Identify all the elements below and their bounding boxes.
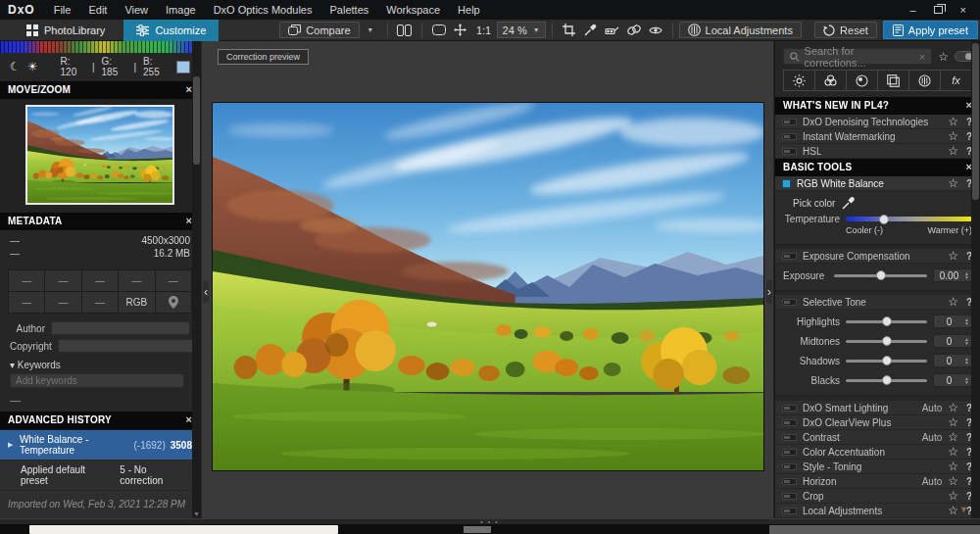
collapse-left-panel-handle[interactable]: ‹ [203,280,209,303]
exposure-slider[interactable] [834,274,927,277]
slider-handle[interactable] [882,316,892,326]
tool-smart-lighting[interactable]: DxO Smart Lighting Auto ☆? [775,401,980,415]
tool-toggle[interactable] [782,508,797,514]
star-icon[interactable]: ☆ [948,504,958,517]
copyright-field[interactable] [58,339,197,353]
tool-rgb-white-balance[interactable]: RGB White Balance ☆? [775,176,980,191]
tool-toggle[interactable] [782,148,797,155]
tool-toggle[interactable] [782,133,797,140]
minimize-button[interactable]: – [909,5,915,15]
tool-enabled-checkbox[interactable] [782,179,791,188]
navigator-thumbnail[interactable] [25,105,174,205]
star-icon[interactable]: ☆ [948,445,958,459]
scrollbar-thumb[interactable] [193,76,200,165]
star-icon[interactable]: ☆ [948,401,958,414]
star-icon[interactable]: ☆ [948,176,958,190]
tab-customize[interactable]: Customize [123,20,219,41]
menu-dxo-optics-modules[interactable]: DxO Optics Modules [205,4,321,16]
local-adjustments-button[interactable]: Local Adjustments [679,22,802,38]
slider-handle[interactable] [882,356,892,365]
search-input[interactable]: Search for corrections... × [783,48,932,65]
favorites-filter-icon[interactable]: ☆ [938,50,949,64]
highlights-spinner[interactable]: 0▲▼ [933,315,972,328]
menu-file[interactable]: File [45,4,80,16]
author-field[interactable] [51,321,190,335]
tool-toggle[interactable] [782,405,797,412]
star-icon[interactable]: ☆ [948,489,958,503]
filmstrip-splitter[interactable]: ● ● ● [0,518,980,524]
slider-handle[interactable] [882,375,892,385]
clear-search-icon[interactable]: × [919,51,925,63]
star-icon[interactable]: ☆ [948,430,958,444]
tool-clearview[interactable]: DxO ClearView Plus ☆? [775,415,980,430]
category-local-adjustments[interactable] [909,71,941,90]
category-geometry[interactable] [878,71,909,90]
tool-toggle[interactable] [782,419,797,426]
close-icon[interactable]: × [185,217,192,225]
zoom-level-dropdown[interactable]: 24 % ▼ [497,22,546,38]
tool-watermarking[interactable]: Instant Watermarking ☆? [775,129,980,144]
tool-crop[interactable]: Crop ☆? [775,489,980,504]
expander-icon[interactable]: ▶ [8,441,15,449]
photo[interactable] [213,103,763,470]
restore-button[interactable] [934,6,943,14]
scrollbar-thumb[interactable] [972,43,979,200]
tool-style-toning[interactable]: Style - Toning ☆? [775,460,980,474]
pan-button[interactable] [450,22,471,38]
close-button[interactable]: × [960,5,966,15]
history-item-selected[interactable]: ▶ White Balance - Temperature (-1692) 35… [0,430,200,461]
category-effects[interactable]: fx [941,71,971,90]
history-item[interactable]: Applied default preset 5 - No correction [0,461,200,491]
shadows-slider[interactable] [846,360,927,363]
split-view-button[interactable] [394,22,416,38]
tool-toggle[interactable] [782,478,797,485]
slider-handle[interactable] [882,336,892,346]
scroll-down-arrow[interactable]: ▼ [192,510,201,517]
tool-contrast[interactable]: Contrast Auto ☆? [775,430,980,445]
shadows-spinner[interactable]: 0▲▼ [933,354,972,367]
blacks-slider[interactable] [846,379,927,382]
menu-edit[interactable]: Edit [79,4,116,16]
tool-local-adjustments[interactable]: Local Adjustments ☆? [775,504,980,518]
keywords-toggle[interactable]: ▾ Keywords [0,355,200,372]
menu-palettes[interactable]: Palettes [321,4,378,16]
tool-denoising[interactable]: DxO Denoising Technologies ☆? [775,115,980,129]
star-icon[interactable]: ☆ [948,295,958,309]
right-panel-scrollbar[interactable] [971,41,980,518]
star-icon[interactable]: ☆ [948,115,958,128]
blacks-spinner[interactable]: 0▲▼ [933,373,972,387]
tool-toggle[interactable] [782,119,797,125]
fit-view-button[interactable] [428,22,450,38]
star-icon[interactable]: ☆ [948,249,958,263]
slider-handle[interactable] [876,270,886,280]
show-hide-button[interactable] [645,22,666,38]
white-balance-picker-button[interactable] [580,22,602,38]
category-light[interactable] [784,71,815,90]
tab-photolibrary[interactable]: PhotoLibrary [14,20,118,41]
zoom-1to1-button[interactable]: 1:1 [471,22,497,38]
reset-button[interactable]: Reset [814,22,877,38]
tool-exposure-compensation[interactable]: Exposure Compensation ☆? [775,249,980,264]
highlights-slider[interactable] [846,320,927,323]
midtones-slider[interactable] [846,340,927,343]
left-panel-scrollbar[interactable]: ▼ [192,41,201,518]
apply-preset-button[interactable]: Apply preset [883,21,978,39]
spot-removal-button[interactable] [602,22,623,38]
close-icon[interactable]: × [185,85,192,94]
menu-view[interactable]: View [116,4,157,16]
star-icon[interactable]: ☆ [948,474,958,488]
highlights-clipping-icon[interactable]: ☀ [27,60,38,73]
menu-image[interactable]: Image [157,4,205,16]
menu-help[interactable]: Help [449,4,489,16]
spin-down-icon[interactable]: ▼ [964,321,969,325]
collapse-right-panel-handle[interactable]: › [766,280,772,303]
tool-toggle[interactable] [782,299,797,306]
tool-toggle[interactable] [782,463,797,470]
compare-dropdown[interactable]: ▼ [360,22,381,38]
category-detail[interactable] [847,71,878,90]
spin-down-icon[interactable]: ▼ [964,361,969,364]
spin-down-icon[interactable]: ▼ [964,341,969,345]
tool-horizon[interactable]: Horizon Auto ☆? [775,474,980,489]
filmstrip-thumbnail[interactable] [29,525,338,534]
temperature-slider[interactable] [846,217,972,221]
